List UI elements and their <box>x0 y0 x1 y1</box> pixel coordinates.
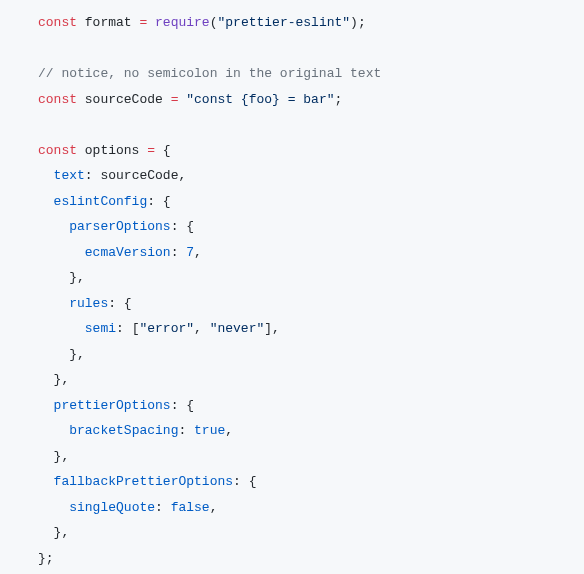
code-token: "error" <box>139 321 194 336</box>
code-token: true <box>194 423 225 438</box>
code-token <box>38 372 54 387</box>
code-token: : <box>85 168 101 183</box>
code-token: // notice, no semicolon in the original … <box>38 66 381 81</box>
code-token: ; <box>335 92 343 107</box>
code-token: prettierOptions <box>54 398 171 413</box>
code-token <box>147 15 155 30</box>
code-line: }, <box>38 265 584 291</box>
code-token <box>38 347 69 362</box>
code-token: const <box>38 143 77 158</box>
code-token: : { <box>171 219 194 234</box>
code-token <box>155 143 163 158</box>
code-token: "prettier-eslint" <box>217 15 350 30</box>
code-line: prettierOptions: { <box>38 393 584 419</box>
code-token: }, <box>69 347 85 362</box>
code-token: ], <box>264 321 280 336</box>
code-line: parserOptions: { <box>38 214 584 240</box>
code-line <box>38 112 584 138</box>
code-line: }, <box>38 520 584 546</box>
code-token: require <box>155 15 210 30</box>
code-line: }, <box>38 444 584 470</box>
code-line: }; <box>38 546 584 572</box>
code-token: : [ <box>116 321 139 336</box>
code-line <box>38 36 584 62</box>
code-token <box>38 245 85 260</box>
code-token <box>38 296 69 311</box>
code-token <box>38 398 54 413</box>
code-token: : { <box>108 296 131 311</box>
code-line: semi: ["error", "never"], <box>38 316 584 342</box>
code-line: rules: { <box>38 291 584 317</box>
code-token <box>38 194 54 209</box>
code-token: options <box>77 143 147 158</box>
code-token: const <box>38 15 77 30</box>
code-token: { <box>163 143 171 158</box>
code-token: = <box>147 143 155 158</box>
code-token <box>38 525 54 540</box>
code-token: 7 <box>186 245 194 260</box>
code-token: false <box>171 500 210 515</box>
code-token: ecmaVersion <box>85 245 171 260</box>
code-token: , <box>194 245 202 260</box>
code-line: fallbackPrettierOptions: { <box>38 469 584 495</box>
code-token: bracketSpacing <box>69 423 178 438</box>
code-token: fallbackPrettierOptions <box>54 474 233 489</box>
code-line: bracketSpacing: true, <box>38 418 584 444</box>
code-token: , <box>178 168 186 183</box>
code-block: const format = require("prettier-eslint"… <box>0 0 584 574</box>
code-line: text: sourceCode, <box>38 163 584 189</box>
code-token <box>38 168 54 183</box>
code-token <box>38 321 85 336</box>
code-token: : { <box>147 194 170 209</box>
code-line: singleQuote: false, <box>38 495 584 521</box>
code-line: const sourceCode = "const {foo} = bar"; <box>38 87 584 113</box>
code-token: ); <box>350 15 366 30</box>
code-token: : <box>155 500 171 515</box>
code-token: sourceCode <box>100 168 178 183</box>
code-token: }, <box>54 372 70 387</box>
code-token: const <box>38 92 77 107</box>
code-line: eslintConfig: { <box>38 189 584 215</box>
code-token <box>38 423 69 438</box>
code-line: const format = require("prettier-eslint"… <box>38 10 584 36</box>
code-token: , <box>225 423 233 438</box>
code-token <box>38 270 69 285</box>
code-line: const options = { <box>38 138 584 164</box>
code-token <box>38 500 69 515</box>
code-token: : { <box>233 474 256 489</box>
code-token: semi <box>85 321 116 336</box>
code-line: // notice, no semicolon in the original … <box>38 61 584 87</box>
code-token: }, <box>54 449 70 464</box>
code-token: }, <box>69 270 85 285</box>
code-token: , <box>210 500 218 515</box>
code-token: : { <box>171 398 194 413</box>
code-line: ecmaVersion: 7, <box>38 240 584 266</box>
code-token <box>38 449 54 464</box>
code-token: , <box>194 321 210 336</box>
code-line: }, <box>38 342 584 368</box>
code-token: format <box>77 15 139 30</box>
code-token <box>38 474 54 489</box>
code-token: }, <box>54 525 70 540</box>
code-token: "never" <box>210 321 265 336</box>
code-token: eslintConfig <box>54 194 148 209</box>
code-token: parserOptions <box>69 219 170 234</box>
code-token: : <box>171 245 187 260</box>
code-token: }; <box>38 551 54 566</box>
code-token: "const {foo} = bar" <box>186 92 334 107</box>
code-line: }, <box>38 367 584 393</box>
code-token: text <box>54 168 85 183</box>
code-token: singleQuote <box>69 500 155 515</box>
code-token: : <box>178 423 194 438</box>
code-token <box>38 219 69 234</box>
code-token: rules <box>69 296 108 311</box>
code-token: sourceCode <box>77 92 171 107</box>
